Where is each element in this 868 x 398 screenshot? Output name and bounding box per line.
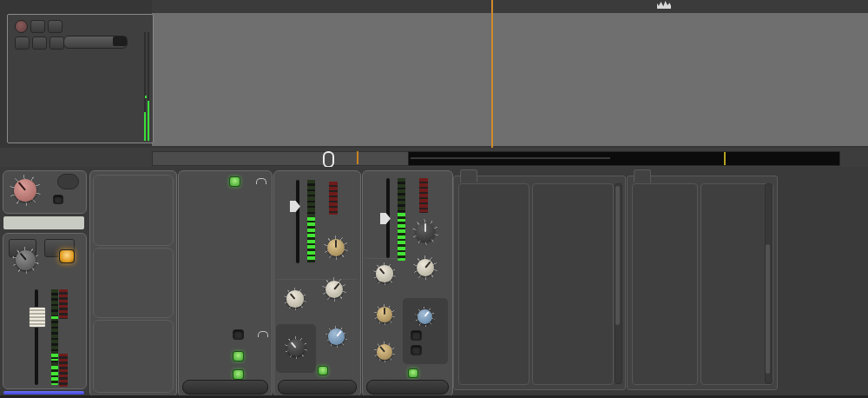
filterverse-scrollbar[interactable] xyxy=(615,183,622,384)
hold-knob-ring xyxy=(374,342,395,362)
sc-listen-button[interactable] xyxy=(411,345,422,355)
filterverse-switches-group xyxy=(458,183,529,385)
playlist-button[interactable] xyxy=(15,36,30,50)
lofi-punch-panel xyxy=(627,176,778,390)
comp-meter xyxy=(59,289,68,319)
navigator-playhead-mark xyxy=(357,151,358,164)
lofi-scrollbar[interactable] xyxy=(765,183,773,384)
automation-button[interactable] xyxy=(32,36,47,50)
navigator-overview[interactable] xyxy=(152,151,410,166)
sidechain-box xyxy=(403,298,448,364)
makeup-gain-box xyxy=(276,324,316,373)
filterverse-controls-group xyxy=(532,183,614,385)
channel-name[interactable] xyxy=(3,216,84,229)
gate-release-knob[interactable] xyxy=(417,259,435,277)
gate-attack-knob[interactable] xyxy=(376,265,392,282)
gate-gr-scale xyxy=(431,176,450,229)
gate-atk-ring xyxy=(373,262,396,285)
sc-filter-button[interactable] xyxy=(411,330,422,341)
pan-knob[interactable] xyxy=(14,179,37,202)
comp-input-meter xyxy=(307,180,315,262)
hi-filter-led[interactable] xyxy=(229,176,240,187)
mixbus-gate-button[interactable] xyxy=(366,380,449,395)
release-knob[interactable] xyxy=(326,281,344,299)
playhead[interactable] xyxy=(491,0,493,148)
channel-strip xyxy=(3,170,87,395)
navigator-waveform-hint xyxy=(411,157,610,159)
atk-knob-ring xyxy=(284,288,306,310)
ratio-knob[interactable] xyxy=(327,239,345,257)
track-header xyxy=(7,14,154,143)
gain-knob-ring xyxy=(285,336,307,359)
makeup-gain-knob[interactable] xyxy=(287,339,304,355)
pan-section xyxy=(3,170,87,214)
record-arm-button[interactable] xyxy=(15,20,28,33)
scroll-thumb[interactable] xyxy=(766,244,770,374)
ratio-knob-ring xyxy=(324,235,348,260)
bell-curve-icon xyxy=(258,331,268,337)
trim-knob[interactable] xyxy=(16,250,36,270)
navigator-handle[interactable] xyxy=(323,151,334,168)
meter-bar xyxy=(144,112,146,141)
depth-knob[interactable] xyxy=(416,222,435,242)
timeline-ruler[interactable] xyxy=(152,0,868,14)
mixbus-comp-panel xyxy=(273,170,361,397)
gate-meter xyxy=(59,354,68,387)
comp-threshold-scale xyxy=(276,176,290,268)
flt-in-led[interactable] xyxy=(233,369,244,380)
emphasis-knob[interactable] xyxy=(328,328,345,345)
summary-navigator xyxy=(0,148,868,167)
hyst-knob-ring xyxy=(374,304,395,325)
bell-curve-icon xyxy=(256,178,266,184)
mixbus-daw-window xyxy=(0,0,868,398)
strip-main-section xyxy=(3,233,87,389)
depth-knob-ring xyxy=(412,219,438,245)
hold-knob[interactable] xyxy=(377,344,392,360)
mixbus-comp-button[interactable] xyxy=(278,380,357,395)
lofi-controls-group xyxy=(700,183,773,385)
hysteresis-knob[interactable] xyxy=(377,307,392,322)
filterverse-tab[interactable] xyxy=(460,169,477,182)
fader-track[interactable] xyxy=(35,289,38,385)
track-height-slider[interactable] xyxy=(63,36,128,49)
slider-handle[interactable] xyxy=(113,36,127,46)
sends-panel xyxy=(89,170,177,397)
harrison-32c-button[interactable] xyxy=(182,380,268,395)
sc-freq-ring xyxy=(415,307,435,327)
harrison-32c-panel xyxy=(178,170,273,397)
gate-threshold-scale xyxy=(365,176,378,263)
track-mute-button[interactable] xyxy=(30,20,45,33)
audio-waveform xyxy=(152,13,868,146)
meter-peak-dot xyxy=(145,96,147,98)
gate-input-meter xyxy=(398,178,405,261)
pan-knob-ring xyxy=(10,175,41,206)
comp-gr-scale xyxy=(340,180,358,232)
drive-led-button[interactable] xyxy=(59,249,75,263)
track-solo-button[interactable] xyxy=(48,20,62,33)
send-group-3 xyxy=(93,320,174,393)
comp-in-led[interactable] xyxy=(318,366,328,375)
lo-filter-led[interactable] xyxy=(233,329,244,340)
sc-freq-knob[interactable] xyxy=(418,309,432,324)
fader-scale xyxy=(3,288,16,388)
lofi-punch-tab[interactable] xyxy=(634,169,651,182)
trim-knob-ring xyxy=(12,247,39,274)
mstr-led[interactable] xyxy=(53,195,63,204)
scroll-thumb[interactable] xyxy=(615,186,620,325)
gate-in-led[interactable] xyxy=(408,368,418,378)
navigator-marker xyxy=(724,152,726,165)
comp-threshold-track[interactable] xyxy=(296,180,299,263)
send-group-2 xyxy=(93,248,174,318)
attack-knob[interactable] xyxy=(286,290,303,307)
meter-bar xyxy=(148,101,149,141)
lofi-switches-group xyxy=(632,183,698,385)
emph-knob-ring xyxy=(326,326,347,348)
strip-level-meter xyxy=(51,289,58,385)
fader-thumb[interactable] xyxy=(29,307,46,328)
gate-meter-scale xyxy=(69,355,83,390)
navigator-range[interactable] xyxy=(408,151,840,166)
eq-in-led[interactable] xyxy=(233,351,244,362)
comp-gr-meter xyxy=(329,182,338,215)
group-button[interactable] xyxy=(49,36,64,50)
waveform-editor-area[interactable] xyxy=(152,13,868,146)
